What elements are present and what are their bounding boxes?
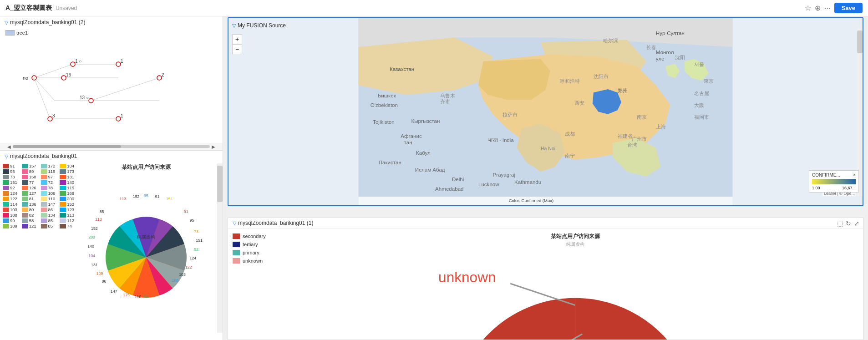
- color-item: 80: [22, 207, 40, 212]
- svg-point-14: [116, 62, 121, 66]
- svg-line-6: [91, 78, 159, 101]
- svg-text:151: 151: [196, 238, 203, 243]
- add-icon[interactable]: ⊕: [815, 4, 821, 12]
- color-item: 89: [22, 169, 40, 174]
- svg-text:151: 151: [166, 197, 173, 201]
- scroll-track[interactable]: [13, 145, 210, 148]
- svg-point-24: [116, 117, 121, 121]
- svg-text:85: 85: [100, 209, 104, 214]
- svg-text:沈阳: 沈阳: [675, 55, 685, 60]
- svg-text:Афганис: Афганис: [401, 133, 422, 139]
- svg-text:3: 3: [52, 113, 55, 118]
- color-item: 73: [3, 174, 21, 179]
- color-item: 82: [22, 213, 40, 218]
- scroll-right-icon[interactable]: ▶: [212, 144, 215, 149]
- left-panel: ▽ mysqlZoomdata_banking01 (2) tree1: [0, 16, 223, 340]
- svg-text:152: 152: [133, 194, 140, 199]
- svg-text:Пакистан: Пакистан: [379, 160, 401, 165]
- mini-pie-wrapper: unknown primary secondary: [287, 248, 863, 340]
- tree-section-title: ▽ mysqlZoomdata_banking01 (2): [0, 16, 223, 28]
- svg-point-10: [32, 76, 36, 80]
- color-item: 85: [41, 223, 59, 228]
- save-button[interactable]: Save: [834, 3, 863, 13]
- bottom-action-icons: ⬚ ↻ ⤢: [837, 220, 859, 227]
- svg-text:200: 200: [88, 235, 95, 239]
- legend-item-unknown: unknown: [233, 258, 283, 264]
- svg-text:109: 109: [96, 271, 103, 276]
- svg-text:13 ○: 13 ○: [80, 95, 89, 100]
- svg-text:113: 113: [120, 197, 127, 201]
- bottom-panel: ▽ mysqlZoomdata_banking01 (1) ⬚ ↻ ⤢ seco…: [228, 217, 863, 340]
- svg-point-16: [61, 76, 66, 80]
- svg-text:Ислам Абад: Ислам Абад: [415, 167, 445, 173]
- pie-chart-title: 某站点用户访问来源: [122, 163, 171, 171]
- svg-text:भारत · India: भारत · India: [488, 137, 514, 143]
- map-filter-icon: ▽: [232, 23, 236, 29]
- chart-vscroll-thumb[interactable]: [217, 166, 223, 202]
- svg-point-20: [157, 76, 162, 80]
- chart-filter-icon: ▽: [5, 153, 8, 159]
- legend-item-primary: primary: [233, 250, 283, 255]
- chart-vscroll[interactable]: [217, 163, 223, 333]
- zoom-out-button[interactable]: −: [232, 44, 242, 54]
- map-legend-range: 1.00 16,67...: [812, 186, 856, 190]
- map-svg: Нур-Султан Казахстан Монгол улс 哈尔滨 长春 沈…: [228, 18, 863, 205]
- map-legend-max: 16,67...: [842, 186, 856, 190]
- tree-legend-rect: [5, 30, 15, 36]
- svg-text:沈阳市: 沈阳市: [594, 74, 609, 79]
- expand-icon[interactable]: ⤢: [854, 220, 859, 227]
- svg-text:2: 2: [162, 72, 164, 77]
- svg-text:Бишкек: Бишкек: [378, 93, 396, 98]
- tree-diagram: no 1 ○ 1 16 13 ○ 2 3 1: [9, 41, 223, 137]
- zoom-in-button[interactable]: +: [232, 34, 242, 44]
- svg-text:104: 104: [88, 254, 95, 258]
- svg-text:91: 91: [184, 209, 188, 214]
- svg-point-22: [48, 117, 52, 121]
- scroll-thumb[interactable]: [13, 145, 121, 148]
- bottom-content: secondary tertiary primary unknown: [228, 229, 863, 340]
- color-item: 110: [41, 196, 59, 201]
- svg-text:147: 147: [111, 289, 117, 294]
- svg-text:1 ○: 1 ○: [75, 59, 81, 64]
- svg-text:東京: 東京: [704, 78, 714, 84]
- svg-text:Color: Confirmed (Max): Color: Confirmed (Max): [509, 198, 553, 203]
- svg-text:서울: 서울: [694, 61, 704, 67]
- refresh-icon[interactable]: ↻: [846, 220, 851, 227]
- color-item: 106: [41, 191, 59, 196]
- color-item: 119: [41, 169, 59, 174]
- map-legend-box: CONFIRME... × 1.00 16,67...: [809, 170, 859, 193]
- svg-text:成都: 成都: [565, 131, 575, 137]
- scroll-left-icon[interactable]: ◀: [7, 144, 11, 149]
- map-legend-title: CONFIRME... ×: [812, 173, 856, 178]
- color-item: 108: [3, 213, 21, 218]
- color-item: 109: [3, 223, 21, 228]
- svg-text:郑州: 郑州: [618, 88, 628, 93]
- svg-text:台湾: 台湾: [627, 142, 637, 147]
- svg-line-4: [34, 78, 55, 101]
- tree-scrollbar[interactable]: ◀ ▶: [0, 143, 223, 150]
- svg-text:95: 95: [190, 218, 194, 223]
- map-legend-label: CONFIRME...: [812, 173, 840, 178]
- star-icon[interactable]: ☆: [805, 4, 811, 12]
- tree-filter-icon: ▽: [5, 20, 8, 25]
- map-vscroll-thumb[interactable]: [857, 30, 863, 53]
- app-title: A_盟立客製圖表: [5, 4, 52, 12]
- color-item: 85: [41, 218, 59, 223]
- svg-text:Lucknow: Lucknow: [478, 182, 499, 187]
- pie-wrapper: 91 95 73 151 92 124 122 103 108 85 113 1…: [75, 173, 217, 333]
- color-item: 122: [3, 196, 21, 201]
- map-legend-close[interactable]: ×: [853, 173, 856, 178]
- pie-chart-area: 某站点用户访问来源: [75, 163, 217, 333]
- tree-legend-label: tree1: [16, 30, 28, 36]
- legend-label-secondary: secondary: [243, 233, 266, 239]
- svg-text:Ha Noi: Ha Noi: [541, 146, 555, 151]
- legend-color-primary: [233, 250, 240, 255]
- color-item: 81: [22, 196, 40, 201]
- svg-text:南宁: 南宁: [565, 153, 575, 158]
- copy-icon[interactable]: ⬚: [837, 220, 843, 227]
- color-item: 103: [3, 207, 21, 212]
- more-icon[interactable]: ···: [824, 4, 830, 12]
- svg-text:南京: 南京: [637, 114, 647, 120]
- svg-text:Kathmandu: Kathmandu: [514, 179, 541, 185]
- svg-text:unknown: unknown: [438, 269, 496, 285]
